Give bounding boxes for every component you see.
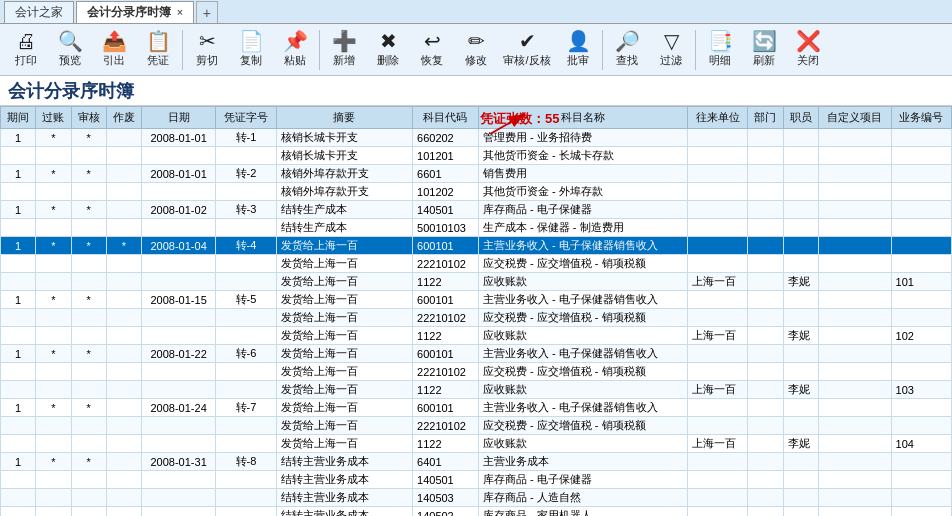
table-row[interactable]: 发货给上海一百1122应收账款上海一百李妮102 (1, 327, 952, 345)
table-cell: 140502 (413, 507, 479, 517)
table-cell (818, 381, 891, 399)
batch-button[interactable]: 👤 批审 (556, 27, 600, 73)
paste-button[interactable]: 📌 粘贴 (273, 27, 317, 73)
export-icon: 📤 (102, 31, 127, 51)
table-cell: 结转生产成本 (276, 201, 413, 219)
table-row[interactable]: 1**2008-01-31转-8结转主营业务成本6401主营业务成本 (1, 453, 952, 471)
delete-button[interactable]: ✖ 删除 (366, 27, 410, 73)
table-cell: 发货给上海一百 (276, 399, 413, 417)
table-row[interactable]: 核销长城卡开支101201其他货币资金 - 长城卡存款 (1, 147, 952, 165)
table-cell (1, 255, 36, 273)
table-cell: * (36, 399, 71, 417)
table-cell (71, 435, 106, 453)
table-cell (818, 363, 891, 381)
table-cell (783, 201, 818, 219)
detail-button[interactable]: 📑 明细 (698, 27, 742, 73)
table-row[interactable]: 发货给上海一百22210102应交税费 - 应交增值税 - 销项税额 (1, 363, 952, 381)
table-row[interactable]: 1**2008-01-02转-3结转生产成本140501库存商品 - 电子保健器 (1, 201, 952, 219)
print-button[interactable]: 🖨 打印 (4, 27, 48, 73)
table-row[interactable]: 1**2008-01-15转-5发货给上海一百600101主营业务收入 - 电子… (1, 291, 952, 309)
table-cell (818, 471, 891, 489)
table-cell: 应收账款 (478, 381, 687, 399)
new-button[interactable]: ➕ 新增 (322, 27, 366, 73)
table-cell (688, 489, 748, 507)
col-voucher-no: 凭证字号 (216, 107, 276, 129)
table-row[interactable]: 1**2008-01-24转-7发货给上海一百600101主营业务收入 - 电子… (1, 399, 952, 417)
table-row[interactable]: 发货给上海一百1122应收账款上海一百李妮103 (1, 381, 952, 399)
preview-button[interactable]: 🔍 预览 (48, 27, 92, 73)
table-row[interactable]: 1***2008-01-04转-4发货给上海一百600101主营业务收入 - 电… (1, 237, 952, 255)
col-counterpart: 往来单位 (688, 107, 748, 129)
table-container: 期间 过账 审核 作废 日期 凭证字号 摘要 科目代码 科目名称 往来单位 部门… (0, 106, 952, 516)
table-cell: 1 (1, 291, 36, 309)
table-cell (106, 291, 141, 309)
table-cell: 主营业务成本 (478, 453, 687, 471)
table-cell: 主营业务收入 - 电子保健器销售收入 (478, 237, 687, 255)
table-cell: 22210102 (413, 255, 479, 273)
table-cell (36, 471, 71, 489)
table-cell: 其他货币资金 - 长城卡存款 (478, 147, 687, 165)
table-row[interactable]: 发货给上海一百1122应收账款上海一百李妮104 (1, 435, 952, 453)
table-cell (71, 363, 106, 381)
table-row[interactable]: 发货给上海一百22210102应交税费 - 应交增值税 - 销项税额 (1, 309, 952, 327)
approve-button[interactable]: ✔ 审核/反核 (498, 27, 556, 73)
table-cell: 应收账款 (478, 273, 687, 291)
table-cell (688, 345, 748, 363)
refresh-icon: 🔄 (752, 31, 777, 51)
batch-icon: 👤 (566, 31, 591, 51)
table-row[interactable]: 结转主营业务成本140501库存商品 - 电子保健器 (1, 471, 952, 489)
table-row[interactable]: 1**2008-01-22转-6发货给上海一百600101主营业务收入 - 电子… (1, 345, 952, 363)
table-row[interactable]: 结转生产成本50010103生产成本 - 保健器 - 制造费用 (1, 219, 952, 237)
table-cell (891, 129, 951, 147)
filter-icon: ▽ (664, 31, 679, 51)
table-row[interactable]: 发货给上海一百1122应收账款上海一百李妮101 (1, 273, 952, 291)
table-row[interactable]: 结转主营业务成本140502库存商品 - 家用机器人 (1, 507, 952, 517)
table-row[interactable]: 发货给上海一百22210102应交税费 - 应交增值税 - 销项税额 (1, 417, 952, 435)
table-cell (891, 507, 951, 517)
table-row[interactable]: 核销外埠存款开支101202其他货币资金 - 外埠存款 (1, 183, 952, 201)
table-cell: 发货给上海一百 (276, 237, 413, 255)
table-cell (36, 507, 71, 517)
table-cell: 2008-01-22 (142, 345, 216, 363)
table-cell (216, 435, 276, 453)
export-button[interactable]: 📤 引出 (92, 27, 136, 73)
table-cell: 1 (1, 165, 36, 183)
voucher-button[interactable]: 📋 凭证 (136, 27, 180, 73)
table-cell (1, 381, 36, 399)
filter-button[interactable]: ▽ 过滤 (649, 27, 693, 73)
tab-journal[interactable]: 会计分录序时簿 × (76, 1, 194, 23)
table-cell (688, 183, 748, 201)
tab-close-icon[interactable]: × (177, 7, 183, 18)
table-row[interactable]: 结转主营业务成本140503库存商品 - 人造自然 (1, 489, 952, 507)
refresh-button[interactable]: 🔄 刷新 (742, 27, 786, 73)
col-employee: 职员 (783, 107, 818, 129)
table-cell (142, 435, 216, 453)
edit-button[interactable]: ✏ 修改 (454, 27, 498, 73)
table-cell (891, 201, 951, 219)
table-cell: 600101 (413, 399, 479, 417)
table-cell (36, 273, 71, 291)
table-row[interactable]: 1**2008-01-01转-1核销长城卡开支660202管理费用 - 业务招待… (1, 129, 952, 147)
copy-button[interactable]: 📄 复制 (229, 27, 273, 73)
table-cell: 应交税费 - 应交增值税 - 销项税额 (478, 363, 687, 381)
table-cell (1, 417, 36, 435)
cut-button[interactable]: ✂ 剪切 (185, 27, 229, 73)
table-cell (688, 309, 748, 327)
tab-home[interactable]: 会计之家 (4, 1, 74, 23)
close-button[interactable]: ❌ 关闭 (786, 27, 830, 73)
find-button[interactable]: 🔎 查找 (605, 27, 649, 73)
table-cell: * (71, 129, 106, 147)
table-cell (818, 147, 891, 165)
table-cell: 22210102 (413, 363, 479, 381)
tab-add-button[interactable]: + (196, 1, 218, 23)
table-cell: 转-2 (216, 165, 276, 183)
col-custom: 自定义项目 (818, 107, 891, 129)
table-cell (1, 489, 36, 507)
table-cell (688, 507, 748, 517)
table-row[interactable]: 1**2008-01-01转-2核销外埠存款开支6601销售费用 (1, 165, 952, 183)
restore-button[interactable]: ↩ 恢复 (410, 27, 454, 73)
table-row[interactable]: 发货给上海一百22210102应交税费 - 应交增值税 - 销项税额 (1, 255, 952, 273)
table-cell: 1 (1, 129, 36, 147)
table-cell: * (36, 345, 71, 363)
table-cell (748, 453, 783, 471)
